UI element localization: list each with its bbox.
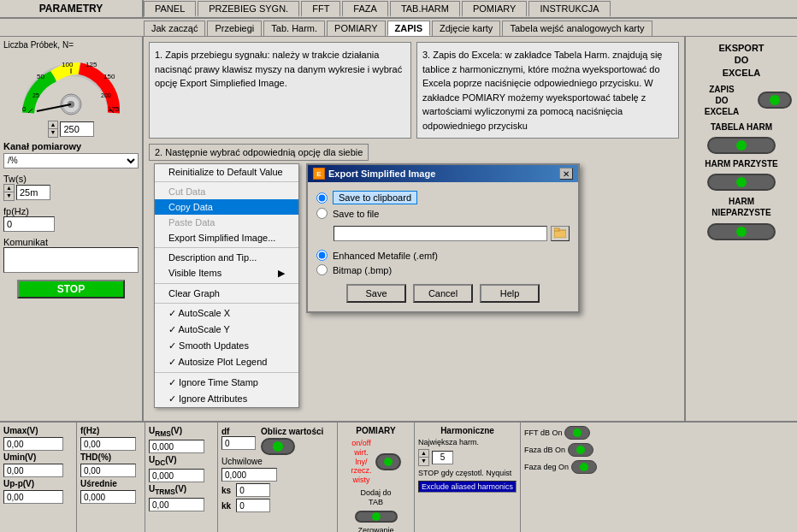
harm-nieparzyste-label: HARMNIEPARZYSTE	[711, 196, 770, 218]
usrednie-value[interactable]	[80, 490, 136, 504]
ctx-item-timestamp[interactable]: ✓ Ignore Time Stamp	[155, 375, 298, 391]
umin-label: Umin(V)	[3, 452, 36, 462]
gauge-svg: 0 50 100 125 150 175 25 200 250	[15, 53, 127, 117]
tw-value: 25m	[16, 185, 50, 200]
save-button[interactable]: Save	[346, 284, 406, 303]
ctx-item-autosize[interactable]: ✓ Autosize Plot Legend	[155, 354, 298, 370]
tab-tabharm[interactable]: TAB.HARM	[390, 1, 460, 17]
emf-radio[interactable]	[316, 250, 328, 261]
najw-label: Największa harm.	[418, 438, 479, 446]
save-file-radio[interactable]	[316, 208, 328, 219]
dialog-close-btn[interactable]: ✕	[559, 168, 573, 180]
save-clipboard-radio[interactable]	[316, 192, 328, 204]
subtab-pomiary[interactable]: POMIARY	[327, 21, 386, 36]
param-title: PARAMETRY	[39, 3, 103, 15]
browse-btn[interactable]	[551, 226, 570, 241]
tab-pomiary[interactable]: POMIARY	[462, 1, 528, 17]
tab-fft[interactable]: FFT	[301, 1, 340, 17]
tab-przebieg[interactable]: PRZEBIEG SYGN.	[198, 1, 299, 17]
udc-value[interactable]	[149, 469, 204, 482]
dodaj-label: Dodaj doTAB	[360, 488, 391, 507]
fft-db-label: FFT dB On	[524, 429, 562, 437]
harm-parzyste-btn[interactable]	[707, 174, 776, 191]
umax-value[interactable]	[3, 437, 63, 451]
f-value[interactable]	[80, 437, 136, 451]
folder-icon	[554, 228, 566, 238]
svg-text:125: 125	[86, 61, 97, 68]
ctx-item-export[interactable]: Export Simplified Image...	[155, 230, 298, 245]
on-off-btn[interactable]	[375, 453, 401, 470]
tab-instrukcja[interactable]: INSTRUKCJA	[528, 1, 610, 17]
eksport-label: EKSPORTDOEXCELA	[718, 42, 764, 79]
tab-panel[interactable]: PANEL	[144, 1, 196, 17]
ctx-item-autoscale-x[interactable]: ✓ AutoScale X	[155, 305, 298, 322]
faza-db-btn[interactable]	[568, 443, 593, 457]
tw-spinner[interactable]: ▲ ▼	[3, 184, 15, 201]
uchwilowe-value[interactable]	[221, 468, 277, 482]
najw-value[interactable]	[432, 451, 453, 464]
umin-value[interactable]	[3, 464, 63, 477]
fp-value[interactable]: 0	[3, 216, 55, 232]
harm-nieparzyste-btn[interactable]	[707, 223, 776, 240]
stop-button[interactable]: STOP	[17, 280, 125, 299]
context-menu: Reinitialize to Default Value Cut Data C…	[154, 163, 299, 408]
help-button[interactable]: Help	[480, 284, 540, 303]
ctx-item-attributes[interactable]: ✓ Ignore Attributes	[155, 391, 298, 407]
zerowanie-label: Zerowanie	[357, 526, 393, 532]
udc-label: UDC(V)	[149, 455, 214, 467]
bmp-radio[interactable]	[316, 264, 328, 275]
svg-text:100: 100	[62, 61, 74, 68]
subtab-zapis[interactable]: ZAPIS	[387, 21, 430, 36]
ctx-item-paste[interactable]: Paste Data	[155, 215, 298, 230]
tabela-label: TABELA HARM	[711, 122, 772, 132]
exclude-check[interactable]: Exclude aliased harmonics	[418, 481, 517, 493]
tab-faza[interactable]: FAZA	[342, 1, 388, 17]
svg-text:150: 150	[103, 73, 115, 80]
subtab-jz[interactable]: Jak zacząć	[144, 21, 205, 36]
thd-value[interactable]	[80, 464, 136, 477]
ctx-item-copy[interactable]: Copy Data	[155, 199, 298, 215]
cancel-button[interactable]: Cancel	[413, 284, 473, 303]
ctx-item-cut[interactable]: Cut Data	[155, 184, 298, 199]
format-options-group: Enhanced Metafile (.emf) Bitmap (.bmp)	[316, 250, 570, 275]
ctx-item-clear[interactable]: Clear Graph	[155, 286, 298, 301]
fft-db-btn[interactable]	[564, 426, 590, 440]
subtab-tabela-wejsc[interactable]: Tabela wejść analogowych karty	[502, 21, 652, 36]
upp-label: Up-p(V)	[3, 479, 34, 488]
gauge-container: 0 50 100 125 150 175 25 200 250	[15, 53, 127, 117]
najw-spinner[interactable]: ▲ ▼	[418, 449, 429, 466]
dodaj-btn[interactable]	[355, 511, 398, 523]
gauge-spinner[interactable]: ▲ ▼	[48, 121, 59, 138]
file-path-input[interactable]	[334, 226, 547, 241]
ctx-item-description[interactable]: Description and Tip...	[155, 250, 298, 265]
faza-deg-btn[interactable]	[571, 460, 597, 474]
subtab-zdjecie[interactable]: Zdjęcie karty	[432, 21, 500, 36]
urms-value[interactable]	[149, 440, 204, 453]
faza-db-label: Faza dB On	[524, 446, 565, 454]
ctx-item-visible[interactable]: Visible Items▶	[155, 265, 298, 281]
df-value[interactable]	[221, 436, 256, 450]
kk-value[interactable]	[236, 499, 270, 512]
zapis-btn[interactable]	[758, 92, 792, 109]
ctx-item-autoscale-y[interactable]: ✓ AutoScale Y	[155, 322, 298, 338]
kanal-select[interactable]: /%	[3, 153, 139, 168]
ctx-item-smooth[interactable]: ✓ Smooth Updates	[155, 338, 298, 354]
dialog-icon: E	[313, 168, 325, 180]
zapis-label: ZAPISDOEXCELA	[691, 84, 753, 117]
tabela-btn[interactable]	[707, 137, 776, 154]
stop-nyq-label: STOP gdy częstotl. Nyquist	[418, 469, 517, 478]
dialog-title: Export Simplified Image	[328, 168, 435, 179]
on-off-label: on/offwirt.lny/rzecz.wisty	[351, 439, 371, 485]
oblicz-btn[interactable]	[261, 438, 295, 455]
subtab-przebiegi[interactable]: Przebiegi	[207, 21, 262, 36]
oblicz-label: Oblicz wartości	[261, 427, 323, 436]
upp-value[interactable]	[3, 490, 63, 504]
thd-label: THD(%)	[80, 452, 141, 462]
fp-label: fp(Hz)	[3, 206, 29, 216]
subtab-tabharm[interactable]: Tab. Harm.	[263, 21, 325, 36]
info-box-right: 3. Zapis do Excela: w zakładce Tabela Ha…	[416, 42, 679, 139]
liczba-label: Liczba Próbek, N=	[3, 40, 74, 50]
ks-value[interactable]	[236, 483, 270, 497]
utrms-value[interactable]	[149, 498, 204, 511]
ctx-item-reinitialize[interactable]: Reinitialize to Default Value	[155, 164, 298, 180]
